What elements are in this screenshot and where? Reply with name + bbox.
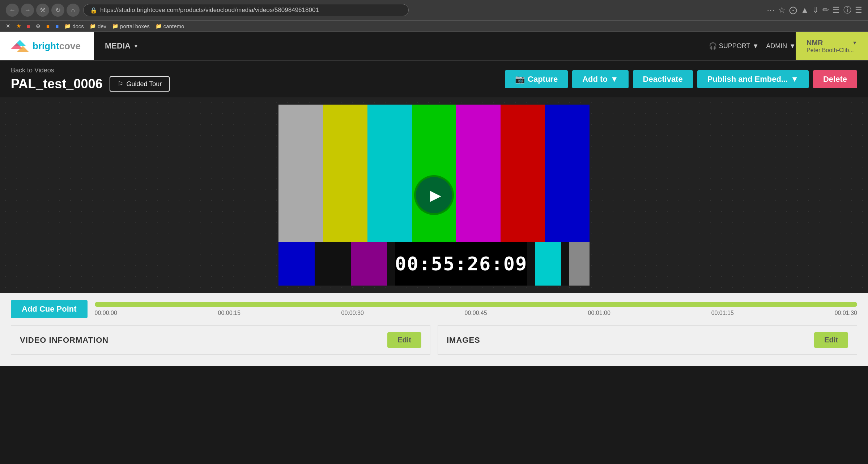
add-to-button[interactable]: Add to ▼ [572, 70, 628, 88]
extensions-icon[interactable]: ⋯ [767, 5, 775, 15]
address-bar[interactable]: 🔒 https://studio.brightcove.com/products… [83, 4, 409, 16]
publish-chevron-icon: ▼ [791, 75, 799, 84]
bottom-gray2 [569, 242, 590, 286]
play-button[interactable]: ▶ [416, 177, 452, 213]
video-information-panel: VIDEO INFORMATION Edit [11, 325, 430, 355]
bookmark-orange[interactable]: ■ [46, 23, 50, 29]
video-container: 00:55:26:09 ▶ [0, 97, 868, 293]
timecode-display: 00:55:26:09 [395, 253, 527, 275]
support-button[interactable]: 🎧 SUPPORT ▼ [709, 42, 759, 50]
bookmark-x[interactable]: ✕ [6, 23, 10, 29]
headset-icon: 🎧 [709, 42, 717, 50]
pocket-icon[interactable]: ⨀ [789, 5, 797, 15]
media-nav-menu[interactable]: MEDIA ▼ [105, 41, 139, 51]
delete-button[interactable]: Delete [813, 70, 857, 88]
brightcove-logo-icon [11, 39, 29, 53]
bottom-black1 [315, 242, 351, 286]
images-edit-button[interactable]: Edit [814, 332, 848, 348]
bottom-black2 [387, 242, 395, 286]
bar-green [412, 105, 456, 242]
bottom-bars: 00:55:26:09 [278, 242, 590, 286]
logo-area: brightcove [0, 32, 94, 60]
bar-magenta [456, 105, 501, 242]
home-button[interactable]: ⌂ [67, 4, 80, 17]
bar-red [501, 105, 545, 242]
flag-icon: ⚐ [118, 80, 123, 88]
url-text: https://studio.brightcove.com/products/v… [100, 7, 319, 14]
bar-cyan [367, 105, 412, 242]
header-right: 🎧 SUPPORT ▼ ADMIN ▼ [709, 32, 796, 60]
timestamp-3: 00:00:45 [465, 310, 487, 316]
timeline-progress-bar [95, 302, 857, 307]
video-player[interactable]: 00:55:26:09 ▶ [278, 105, 590, 286]
refresh-button[interactable]: ↻ [51, 4, 64, 17]
support-chevron-icon: ▼ [752, 42, 759, 50]
capture-button[interactable]: 📷 Capture [505, 70, 568, 88]
video-info-edit-button[interactable]: Edit [387, 332, 421, 348]
bottom-blue [278, 242, 315, 286]
nav-chevron-icon: ▼ [133, 43, 139, 49]
nav-area: MEDIA ▼ [94, 32, 149, 60]
shield-icon[interactable]: ▲ [801, 5, 809, 15]
admin-chevron-icon: ▼ [789, 42, 796, 50]
app-header: brightcove MEDIA ▼ 🎧 SUPPORT ▼ ADMIN ▼ N… [0, 32, 868, 61]
publish-embed-button[interactable]: Publish and Embed... ▼ [697, 70, 809, 88]
downloads-icon[interactable]: ⇓ [812, 5, 819, 15]
menu-icon[interactable]: ☰ [855, 5, 862, 15]
timestamp-2: 00:00:30 [341, 310, 364, 316]
timestamp-6: 00:01:30 [835, 310, 857, 316]
video-title-text: PAL_test_0006 [11, 76, 102, 92]
bookmark-office[interactable]: ■ [27, 23, 30, 29]
timecode-area: 00:55:26:09 [395, 242, 527, 286]
back-button[interactable]: ← [6, 4, 19, 17]
user-panel[interactable]: NMR ▼ Peter Booth-Clib... [796, 32, 868, 60]
add-to-chevron-icon: ▼ [610, 75, 618, 84]
admin-button[interactable]: ADMIN ▼ [766, 42, 796, 50]
browser-chrome: ← → ⚒ ↻ ⌂ 🔒 https://studio.brightcove.co… [0, 0, 868, 21]
tools-button[interactable]: ⚒ [36, 4, 49, 17]
timestamp-1: 00:00:15 [218, 310, 241, 316]
color-bars [278, 105, 590, 242]
bottom-cyan2 [535, 242, 561, 286]
browser-actions: ⋯ ☆ ⨀ ▲ ⇓ ✏ ☰ ⓘ ☰ [767, 5, 862, 16]
video-info-header: VIDEO INFORMATION Edit [11, 326, 430, 355]
logo-text: brightcove [33, 41, 81, 52]
images-title: IMAGES [447, 336, 480, 345]
info-icon[interactable]: ⓘ [843, 5, 851, 16]
bookmark-blue[interactable]: ■ [55, 23, 59, 29]
back-to-videos-link[interactable]: Back to Videos [11, 67, 170, 74]
info-panels: VIDEO INFORMATION Edit IMAGES Edit [0, 325, 868, 366]
video-info-title: VIDEO INFORMATION [20, 336, 109, 345]
timeline-labels: 00:00:00 00:00:15 00:00:30 00:00:45 00:0… [95, 310, 857, 316]
timestamp-4: 00:01:00 [588, 310, 610, 316]
forward-button[interactable]: → [21, 4, 34, 17]
video-title-area: Back to Videos PAL_test_0006 ⚐ Guided To… [11, 67, 170, 92]
bookmark-portal-boxes[interactable]: 📁 portal boxes [112, 23, 150, 29]
bottom-black4 [561, 242, 569, 286]
user-chevron-icon: ▼ [852, 40, 857, 46]
bookmark-docs[interactable]: 📁 docs [64, 23, 84, 29]
sidebar-icon[interactable]: ☰ [833, 5, 840, 15]
bookmarks-bar: ✕ ★ ■ ⊛ ■ ■ 📁 docs 📁 dev 📁 portal boxes … [0, 21, 868, 32]
bar-blue [545, 105, 590, 242]
bookmark-github[interactable]: ⊛ [36, 23, 41, 29]
video-page-header: Back to Videos PAL_test_0006 ⚐ Guided To… [0, 61, 868, 97]
deactivate-button[interactable]: Deactivate [633, 70, 693, 88]
bookmark-cantemo[interactable]: 📁 cantemo [156, 23, 184, 29]
bar-gray [278, 105, 323, 242]
video-title-row: PAL_test_0006 ⚐ Guided Tour [11, 76, 170, 92]
lock-icon: 🔒 [90, 7, 97, 14]
add-cue-point-button[interactable]: Add Cue Point [11, 300, 88, 318]
play-icon: ▶ [430, 187, 441, 203]
bar-yellow [323, 105, 367, 242]
sync-icon[interactable]: ✏ [822, 5, 829, 15]
browser-nav-buttons: ← → ⚒ ↻ ⌂ [6, 4, 80, 17]
timeline-track[interactable]: 00:00:00 00:00:15 00:00:30 00:00:45 00:0… [95, 302, 857, 316]
guided-tour-button[interactable]: ⚐ Guided Tour [110, 76, 170, 92]
bookmark-star-filled[interactable]: ★ [16, 23, 21, 29]
bookmark-dev[interactable]: 📁 dev [90, 23, 106, 29]
video-actions: 📷 Capture Add to ▼ Deactivate Publish an… [505, 70, 857, 88]
bottom-black3 [527, 242, 535, 286]
images-panel: IMAGES Edit [438, 325, 857, 355]
bookmark-star-icon[interactable]: ☆ [778, 5, 786, 15]
